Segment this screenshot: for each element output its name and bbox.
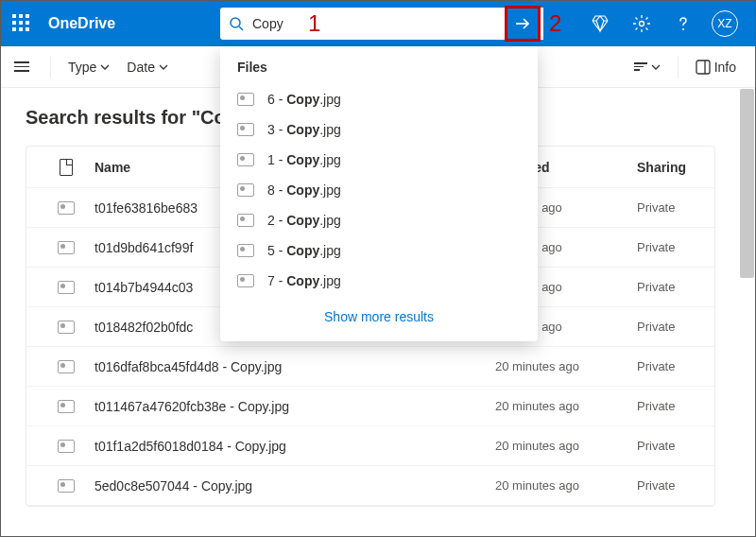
file-modified: 20 minutes ago	[495, 478, 637, 493]
suggestion-item[interactable]: 5 - Copy.jpg	[220, 235, 538, 266]
image-file-icon	[237, 93, 254, 106]
file-modified: 20 minutes ago	[495, 439, 637, 453]
suggestions-section-title: Files	[220, 60, 538, 84]
search-suggestions-dropdown: Files 6 - Copy.jpg 3 - Copy.jpg 1 - Copy…	[220, 46, 538, 341]
image-file-icon	[237, 214, 254, 227]
chevron-down-icon	[159, 62, 168, 72]
suggestion-item[interactable]: 1 - Copy.jpg	[220, 145, 538, 175]
image-file-icon	[237, 153, 254, 166]
search-submit-button[interactable]	[505, 6, 541, 42]
filter-date-label: Date	[127, 60, 155, 75]
chevron-down-icon	[100, 62, 110, 72]
info-label: Info	[714, 60, 736, 75]
image-file-icon	[58, 241, 75, 254]
column-sharing[interactable]: Sharing	[637, 160, 703, 175]
suggestion-item[interactable]: 7 - Copy.jpg	[220, 266, 538, 296]
search-icon	[220, 16, 252, 31]
nav-toggle-icon[interactable]	[14, 58, 39, 76]
svg-point-0	[640, 22, 644, 26]
image-file-icon	[237, 244, 254, 257]
file-sharing: Private	[637, 359, 703, 373]
file-sharing: Private	[637, 240, 703, 254]
sort-button[interactable]	[628, 62, 666, 72]
filter-type-label: Type	[68, 60, 96, 75]
annotation-1: 1	[308, 10, 320, 37]
separator	[50, 56, 51, 78]
suggestion-item[interactable]: 6 - Copy.jpg	[220, 84, 538, 114]
file-sharing: Private	[637, 280, 703, 294]
image-file-icon	[58, 360, 75, 373]
image-file-icon	[58, 201, 75, 215]
image-file-icon	[58, 400, 75, 413]
premium-icon[interactable]	[581, 1, 619, 46]
annotation-2: 2	[549, 10, 561, 37]
filter-date[interactable]: Date	[121, 60, 174, 75]
avatar-initials: XZ	[712, 10, 738, 37]
file-name: t01f1a2d5f6018d0184 - Copy.jpg	[94, 439, 495, 454]
show-more-results-link[interactable]: Show more results	[220, 296, 538, 332]
suggestion-item[interactable]: 8 - Copy.jpg	[220, 175, 538, 205]
svg-point-1	[682, 28, 684, 30]
image-file-icon	[237, 183, 254, 197]
account-avatar[interactable]: XZ	[706, 1, 744, 46]
suggestion-text: 7 - Copy.jpg	[267, 273, 341, 288]
image-file-icon	[237, 123, 254, 136]
suggestion-item[interactable]: 2 - Copy.jpg	[220, 205, 538, 235]
app-launcher-icon[interactable]	[12, 14, 31, 33]
image-file-icon	[58, 320, 75, 334]
search-box[interactable]	[220, 8, 543, 40]
image-file-icon	[58, 281, 75, 294]
table-row[interactable]: 5ed0c8e507044 - Copy.jpg 20 minutes ago …	[26, 466, 714, 506]
suggestion-text: 1 - Copy.jpg	[267, 152, 341, 167]
sort-icon	[634, 62, 647, 71]
table-row[interactable]: t01f1a2d5f6018d0184 - Copy.jpg 20 minute…	[26, 426, 714, 466]
svg-line-3	[239, 26, 243, 30]
file-sharing: Private	[637, 200, 703, 215]
separator	[678, 56, 679, 78]
suggestion-text: 6 - Copy.jpg	[267, 92, 341, 107]
file-sharing: Private	[637, 439, 703, 453]
settings-icon[interactable]	[623, 1, 661, 46]
info-button[interactable]: Info	[690, 60, 742, 75]
file-type-column-icon	[60, 159, 73, 176]
brand-label: OneDrive	[48, 15, 115, 32]
table-row[interactable]: t016dfaf8bca45fd4d8 - Copy.jpg 20 minute…	[26, 347, 714, 387]
suggestion-text: 3 - Copy.jpg	[267, 122, 341, 137]
chevron-down-icon	[651, 62, 661, 72]
file-name: t016dfaf8bca45fd4d8 - Copy.jpg	[94, 359, 495, 374]
image-file-icon	[237, 274, 254, 287]
image-file-icon	[58, 479, 75, 493]
scrollbar[interactable]	[740, 89, 754, 278]
file-modified: 20 minutes ago	[495, 399, 637, 413]
file-sharing: Private	[637, 320, 703, 334]
suggestion-item[interactable]: 3 - Copy.jpg	[220, 114, 538, 145]
file-sharing: Private	[637, 478, 703, 493]
table-row[interactable]: t011467a47620fcb38e - Copy.jpg 20 minute…	[26, 387, 714, 426]
search-input[interactable]	[252, 8, 515, 40]
suggestion-text: 2 - Copy.jpg	[267, 213, 341, 228]
help-icon[interactable]	[664, 1, 702, 46]
image-file-icon	[58, 440, 75, 453]
file-modified: 20 minutes ago	[495, 359, 637, 373]
file-name: 5ed0c8e507044 - Copy.jpg	[94, 478, 495, 494]
filter-type[interactable]: Type	[62, 60, 115, 75]
svg-rect-7	[696, 61, 710, 74]
file-name: t011467a47620fcb38e - Copy.jpg	[94, 399, 495, 414]
file-sharing: Private	[637, 399, 703, 413]
suggestion-text: 8 - Copy.jpg	[267, 182, 341, 198]
suggestion-text: 5 - Copy.jpg	[267, 243, 341, 258]
info-icon	[696, 60, 711, 75]
svg-point-2	[231, 18, 240, 27]
